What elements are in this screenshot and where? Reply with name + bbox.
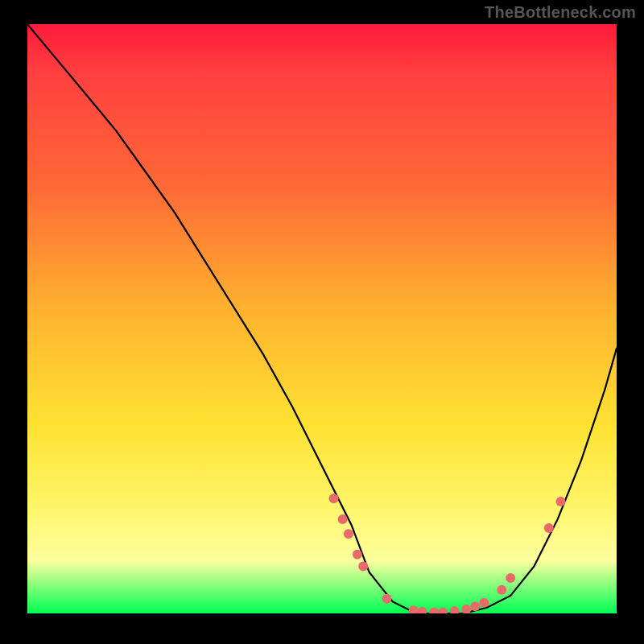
data-point xyxy=(338,514,348,524)
plot-area xyxy=(27,24,617,613)
data-point xyxy=(358,561,368,571)
watermark-label: TheBottleneck.com xyxy=(485,3,636,22)
data-point xyxy=(461,605,471,613)
data-point-group xyxy=(329,493,566,613)
data-point xyxy=(429,608,439,614)
data-point xyxy=(506,573,515,583)
data-point xyxy=(353,550,362,559)
data-point xyxy=(556,497,566,506)
data-point xyxy=(544,523,554,533)
data-point xyxy=(438,608,448,614)
data-point xyxy=(450,606,460,613)
data-point xyxy=(479,598,489,608)
data-point xyxy=(470,601,480,611)
data-point xyxy=(382,594,392,604)
bottleneck-curve xyxy=(27,24,617,613)
data-point xyxy=(344,529,353,539)
data-point xyxy=(329,493,339,503)
data-point xyxy=(409,605,419,613)
data-point xyxy=(417,607,427,613)
data-point xyxy=(497,585,506,595)
chart-frame: TheBottleneck.com xyxy=(0,0,644,644)
chart-svg xyxy=(27,24,617,613)
